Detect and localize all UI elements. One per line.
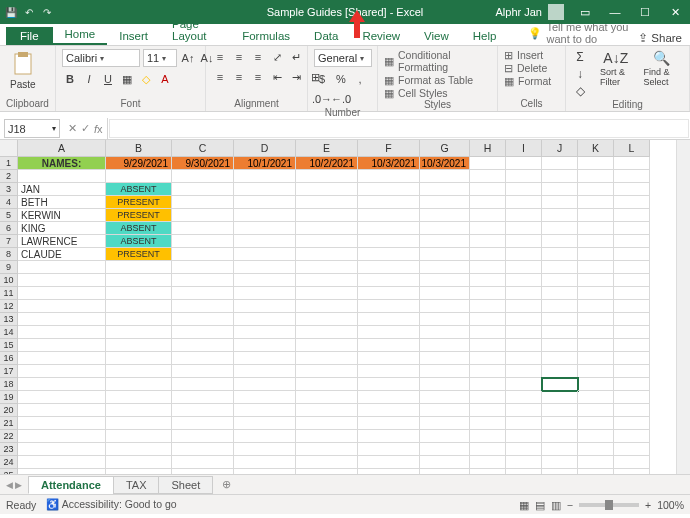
cell-G18[interactable] (420, 378, 470, 391)
cell-G2[interactable] (420, 170, 470, 183)
cell-D1[interactable]: 10/1/2021 (234, 157, 296, 170)
cell-L23[interactable] (614, 443, 650, 456)
tab-insert[interactable]: Insert (107, 27, 160, 45)
cell-G5[interactable] (420, 209, 470, 222)
fx-icon[interactable]: fx (94, 123, 103, 135)
font-color-icon[interactable]: A (157, 71, 173, 87)
cell-J24[interactable] (542, 456, 578, 469)
cell-D10[interactable] (234, 274, 296, 287)
cell-A14[interactable] (18, 326, 106, 339)
cell-C7[interactable] (172, 235, 234, 248)
cell-G11[interactable] (420, 287, 470, 300)
cell-D25[interactable] (234, 469, 296, 474)
cell-B22[interactable] (106, 430, 172, 443)
cell-D21[interactable] (234, 417, 296, 430)
cell-F13[interactable] (358, 313, 420, 326)
cell-C23[interactable] (172, 443, 234, 456)
cell-G16[interactable] (420, 352, 470, 365)
tab-file[interactable]: File (6, 27, 53, 45)
col-header-G[interactable]: G (420, 140, 470, 156)
row-header-22[interactable]: 22 (0, 430, 17, 443)
cell-A12[interactable] (18, 300, 106, 313)
cell-F9[interactable] (358, 261, 420, 274)
col-header-H[interactable]: H (470, 140, 506, 156)
col-header-K[interactable]: K (578, 140, 614, 156)
vertical-scrollbar[interactable] (676, 140, 690, 474)
cell-A19[interactable] (18, 391, 106, 404)
cell-F6[interactable] (358, 222, 420, 235)
cell-K18[interactable] (578, 378, 614, 391)
cell-H16[interactable] (470, 352, 506, 365)
cell-C1[interactable]: 9/30/2021 (172, 157, 234, 170)
cell-F8[interactable] (358, 248, 420, 261)
cell-L9[interactable] (614, 261, 650, 274)
cell-H7[interactable] (470, 235, 506, 248)
cell-D24[interactable] (234, 456, 296, 469)
format-cells[interactable]: ▦Format (504, 75, 551, 87)
cell-K10[interactable] (578, 274, 614, 287)
cell-I7[interactable] (506, 235, 542, 248)
cells-area[interactable]: NAMES:9/29/20219/30/202110/1/202110/2/20… (18, 157, 650, 474)
cell-B7[interactable]: ABSENT (106, 235, 172, 248)
cell-C16[interactable] (172, 352, 234, 365)
row-header-24[interactable]: 24 (0, 456, 17, 469)
undo-icon[interactable]: ↶ (22, 5, 36, 19)
cell-D2[interactable] (234, 170, 296, 183)
cell-K8[interactable] (578, 248, 614, 261)
cell-K14[interactable] (578, 326, 614, 339)
cell-G9[interactable] (420, 261, 470, 274)
cell-G19[interactable] (420, 391, 470, 404)
cell-A20[interactable] (18, 404, 106, 417)
cell-E4[interactable] (296, 196, 358, 209)
tab-data[interactable]: Data (302, 27, 350, 45)
cell-D7[interactable] (234, 235, 296, 248)
align-right-icon[interactable]: ≡ (250, 69, 266, 85)
wrap-text-icon[interactable]: ↵ (288, 49, 304, 65)
cell-A22[interactable] (18, 430, 106, 443)
cell-K9[interactable] (578, 261, 614, 274)
cell-H15[interactable] (470, 339, 506, 352)
cell-J25[interactable] (542, 469, 578, 474)
cell-L24[interactable] (614, 456, 650, 469)
cell-E20[interactable] (296, 404, 358, 417)
cell-L22[interactable] (614, 430, 650, 443)
cell-D19[interactable] (234, 391, 296, 404)
cell-C14[interactable] (172, 326, 234, 339)
cell-H6[interactable] (470, 222, 506, 235)
cell-A8[interactable]: CLAUDE (18, 248, 106, 261)
cell-J19[interactable] (542, 391, 578, 404)
cell-H14[interactable] (470, 326, 506, 339)
cell-G10[interactable] (420, 274, 470, 287)
cell-F1[interactable]: 10/3/2021 (358, 157, 420, 170)
cell-L8[interactable] (614, 248, 650, 261)
cell-K19[interactable] (578, 391, 614, 404)
font-name[interactable]: Calibri▾ (62, 49, 140, 67)
cell-G23[interactable] (420, 443, 470, 456)
cell-H10[interactable] (470, 274, 506, 287)
cell-C8[interactable] (172, 248, 234, 261)
row-header-18[interactable]: 18 (0, 378, 17, 391)
cell-I17[interactable] (506, 365, 542, 378)
comma-icon[interactable]: , (352, 71, 368, 87)
cell-B25[interactable] (106, 469, 172, 474)
cell-A3[interactable]: JAN (18, 183, 106, 196)
cell-J4[interactable] (542, 196, 578, 209)
cell-B9[interactable] (106, 261, 172, 274)
cell-J10[interactable] (542, 274, 578, 287)
cell-J2[interactable] (542, 170, 578, 183)
cell-L13[interactable] (614, 313, 650, 326)
bold-icon[interactable]: B (62, 71, 78, 87)
col-header-I[interactable]: I (506, 140, 542, 156)
cell-L5[interactable] (614, 209, 650, 222)
cell-E8[interactable] (296, 248, 358, 261)
cell-I2[interactable] (506, 170, 542, 183)
cell-C3[interactable] (172, 183, 234, 196)
cell-K16[interactable] (578, 352, 614, 365)
cell-K5[interactable] (578, 209, 614, 222)
italic-icon[interactable]: I (81, 71, 97, 87)
cell-J18[interactable] (542, 378, 578, 391)
cell-E10[interactable] (296, 274, 358, 287)
cell-D22[interactable] (234, 430, 296, 443)
cell-B3[interactable]: ABSENT (106, 183, 172, 196)
sheet-nav-last-icon[interactable]: ▶ (15, 480, 22, 490)
